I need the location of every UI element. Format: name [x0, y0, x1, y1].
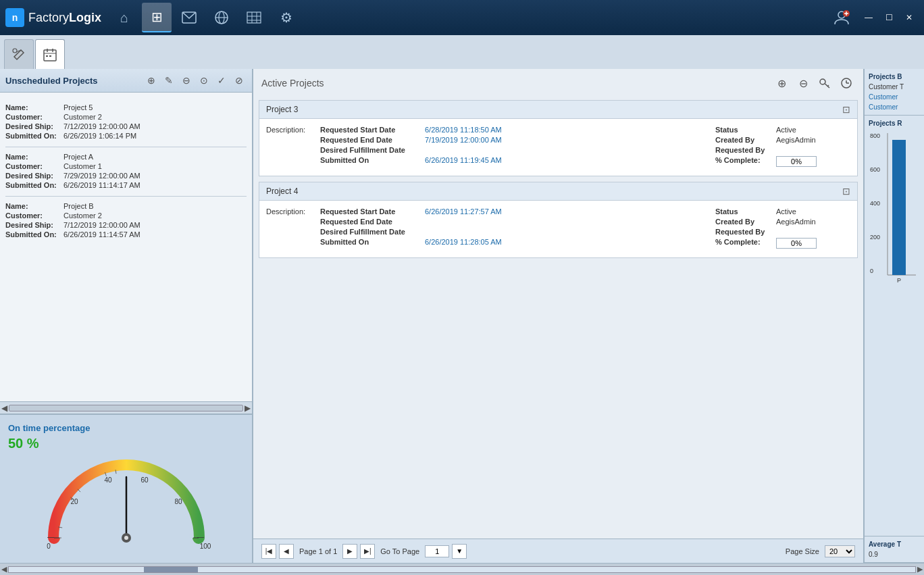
- svg-text:100: 100: [199, 543, 210, 550]
- close-btn[interactable]: ✕: [900, 8, 919, 27]
- list-item[interactable]: Name: Project B Customer: Customer 2 Des…: [5, 197, 247, 245]
- complete-input[interactable]: [776, 238, 817, 249]
- list-item[interactable]: Name: Project 5 Customer: Customer 2 Des…: [5, 98, 247, 147]
- rps-item: Customer T: [869, 83, 920, 91]
- scroll-track[interactable]: [9, 405, 243, 411]
- svg-point-45: [124, 536, 128, 540]
- next-page-btn[interactable]: ▶: [342, 544, 357, 559]
- on-time-section: On time percentage 50 %: [0, 414, 252, 563]
- main-area: Unscheduled Projects ⊕ ✎ ⊖ ⊙ ✓ ⊘ Name: P…: [0, 35, 924, 575]
- nav-globe-btn[interactable]: [207, 3, 236, 32]
- left-panel: Unscheduled Projects ⊕ ✎ ⊖ ⊙ ✓ ⊘ Name: P…: [0, 69, 253, 563]
- svg-text:20: 20: [70, 498, 78, 505]
- first-page-btn[interactable]: |◀: [261, 544, 276, 559]
- field-label: Requested End Date: [320, 136, 425, 144]
- clock-active-btn[interactable]: [838, 74, 855, 92]
- status-label: Status: [715, 126, 776, 134]
- list-item[interactable]: Name: Project A Customer: Customer 1 Des…: [5, 147, 247, 197]
- add-project-btn[interactable]: ⊕: [144, 73, 159, 88]
- remove-project-btn[interactable]: ⊖: [179, 73, 194, 88]
- project-card-fields: Requested Start Date 6/26/2019 11:27:57 …: [320, 207, 715, 251]
- pcf-row: Requested Start Date 6/26/2019 11:27:57 …: [320, 207, 715, 216]
- requested-by-row: Requested By: [715, 228, 850, 236]
- rcs-title-3: Average T: [869, 541, 920, 548]
- nav-mail-btn[interactable]: [174, 3, 204, 32]
- edit-project-btn[interactable]: ✎: [161, 73, 176, 88]
- logo-letter: n: [12, 12, 18, 23]
- name-label: Name:: [5, 153, 61, 161]
- collapse-btn[interactable]: ⊡: [842, 186, 850, 197]
- ship-label: Desired Ship:: [5, 172, 61, 180]
- minimize-btn[interactable]: —: [859, 8, 878, 27]
- name-value: Project 5: [63, 103, 93, 111]
- prev-page-btn[interactable]: ◀: [279, 544, 294, 559]
- rps-title-1: Projects B: [869, 73, 920, 80]
- nav-table-btn[interactable]: [239, 3, 269, 32]
- svg-text:80: 80: [174, 498, 182, 505]
- submitted-label: Submitted On:: [5, 230, 61, 239]
- nav-settings-btn[interactable]: ⚙: [272, 3, 301, 32]
- field-label: Requested Start Date: [320, 126, 425, 134]
- scroll-right-btn[interactable]: ▶: [245, 403, 251, 413]
- app-title: FactoryLogix: [28, 11, 101, 25]
- left-panel-scrollbar[interactable]: ◀ ▶: [0, 401, 252, 414]
- scroll-left-btn[interactable]: ◀: [1, 403, 7, 413]
- status-value: Active: [776, 126, 796, 134]
- tab-tools[interactable]: [4, 39, 34, 69]
- maximize-btn[interactable]: ☐: [879, 8, 898, 27]
- submitted-label: Submitted On:: [5, 132, 61, 140]
- project-name-field: Name: Project 5: [5, 103, 247, 111]
- scroll-left-btn-bottom[interactable]: ◀: [1, 565, 7, 574]
- complete-row: % Complete:: [715, 238, 850, 249]
- rcs-title-2: Projects R: [869, 120, 920, 127]
- complete-input[interactable]: [776, 156, 817, 167]
- svg-text:800: 800: [870, 132, 880, 139]
- bottom-scrollbar[interactable]: ◀ ▶: [0, 563, 924, 575]
- refresh-project-btn[interactable]: ⊙: [197, 73, 211, 88]
- collapse-btn[interactable]: ⊡: [842, 104, 850, 115]
- nav-user-btn[interactable]: [827, 3, 856, 32]
- customer-value: Customer 1: [63, 162, 102, 170]
- go-dropdown-btn[interactable]: ▼: [452, 544, 467, 559]
- status-value: Active: [776, 207, 796, 216]
- add-active-btn[interactable]: ⊕: [773, 74, 790, 92]
- project-name-field: Name: Project B: [5, 202, 247, 210]
- key-active-btn[interactable]: [816, 74, 833, 92]
- customer-label: Customer:: [5, 162, 61, 170]
- svg-text:200: 200: [870, 234, 880, 241]
- field-value: 6/26/2019 11:27:57 AM: [425, 207, 502, 216]
- pagination-bar: |◀ ◀ Page 1 of 1 ▶ ▶| Go To Page ▼ Page …: [253, 539, 863, 563]
- project-ship-field: Desired Ship: 7/12/2019 12:00:00 AM: [5, 221, 247, 229]
- right-panel: Projects B Customer T Customer Customer …: [863, 69, 924, 563]
- tab-calendar[interactable]: [35, 39, 65, 69]
- svg-text:400: 400: [870, 200, 880, 207]
- bottom-scroll-thumb[interactable]: [144, 567, 198, 572]
- go-to-input[interactable]: [425, 545, 449, 557]
- page-size-select[interactable]: 10 20 50 100: [825, 545, 855, 557]
- nav-bar: n FactoryLogix ⌂ ⊞ ⚙: [0, 0, 924, 35]
- ship-label: Desired Ship:: [5, 221, 61, 229]
- name-value: Project B: [63, 202, 94, 210]
- remove-active-btn[interactable]: ⊖: [794, 74, 812, 92]
- svg-text:—: —: [197, 533, 204, 541]
- field-value: 6/26/2019 11:19:45 AM: [425, 156, 502, 164]
- scroll-right-btn-bottom[interactable]: ▶: [917, 565, 923, 574]
- nav-grid-btn[interactable]: ⊞: [142, 3, 172, 32]
- created-by-row: Created By AegisAdmin: [715, 136, 850, 144]
- project-card-body: Description: Requested Start Date 6/28/2…: [259, 119, 857, 176]
- rps-item: Customer: [869, 103, 920, 111]
- nav-home-btn[interactable]: ⌂: [109, 3, 139, 32]
- cancel-project-btn[interactable]: ⊘: [232, 73, 247, 88]
- svg-text:60: 60: [140, 476, 149, 484]
- project-ship-field: Desired Ship: 7/29/2019 12:00:00 AM: [5, 172, 247, 180]
- svg-line-50: [827, 85, 829, 86]
- last-page-btn[interactable]: ▶|: [360, 544, 375, 559]
- svg-point-48: [820, 79, 825, 84]
- ship-value: 7/29/2019 12:00:00 AM: [63, 172, 140, 180]
- bottom-scroll-track[interactable]: [8, 566, 916, 573]
- submitted-label: Submitted On:: [5, 181, 61, 189]
- svg-text:0: 0: [870, 268, 873, 274]
- customer-value: Customer 2: [63, 211, 102, 220]
- pcf-row: Submitted On 6/26/2019 11:28:05 AM: [320, 238, 715, 246]
- check-project-btn[interactable]: ✓: [214, 73, 229, 88]
